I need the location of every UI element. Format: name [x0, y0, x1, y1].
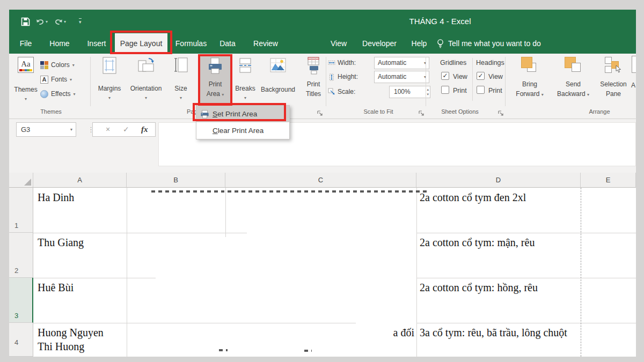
width-select[interactable]: Automatic▾ — [374, 57, 429, 69]
menu-item-clear-print-area[interactable]: Clear Print Area — [196, 122, 289, 139]
tab-page-layout[interactable]: Page Layout — [115, 33, 167, 54]
gridline — [33, 233, 247, 233]
cell-d4[interactable]: 3a cổ tym: rêu, bã trầu, lông chuột — [420, 326, 579, 339]
select-all-corner[interactable] — [9, 173, 33, 188]
cell-a3[interactable]: Huê Bùi — [38, 280, 74, 294]
row-header-4[interactable]: 4 — [9, 323, 33, 357]
arrange-group-label: Arrange — [573, 108, 626, 116]
insert-function-button[interactable]: fx — [141, 123, 148, 136]
headings-print-checkbox[interactable] — [477, 86, 485, 94]
headings-header: Headings — [476, 59, 504, 67]
gridline — [416, 278, 636, 278]
row-header-2[interactable]: 2 — [9, 233, 33, 278]
bring-forward-icon — [520, 56, 539, 77]
orientation-button[interactable]: Orientation ▾ — [126, 55, 166, 106]
bring-forward-caret: ▾ — [541, 92, 544, 97]
tab-help[interactable]: Help — [405, 33, 433, 54]
clipped-button-label: A — [631, 82, 635, 89]
background-button[interactable]: Background — [257, 55, 299, 106]
breaks-icon — [239, 58, 252, 73]
tab-insert[interactable]: Insert — [81, 33, 112, 54]
themes-button[interactable]: Aa Themes ▾ — [13, 56, 38, 106]
cell-d1[interactable]: 2a cotton cổ tym đen 2xl — [420, 190, 580, 204]
cell-a4[interactable]: Huong Nguyen Thi Huong — [38, 326, 118, 353]
undo-button[interactable]: ▾ — [36, 16, 48, 27]
enter-button[interactable]: ✓ — [123, 123, 129, 136]
menu-item-set-print-area[interactable]: Set Print Area — [196, 106, 289, 122]
scale-spinner[interactable]: ▴▾ — [427, 87, 429, 97]
cell-c4-fragment[interactable]: a đối — [385, 326, 414, 339]
redo-button[interactable]: ▾ — [54, 16, 66, 27]
tab-data[interactable]: Data — [214, 33, 241, 54]
cell-a2[interactable]: Thu Giang — [38, 235, 84, 249]
print-area-icon — [208, 57, 223, 76]
gridlines-print-checkbox[interactable] — [441, 86, 449, 94]
tab-view[interactable]: View — [325, 33, 353, 54]
column-header-a[interactable]: A — [33, 173, 127, 188]
gridline — [416, 188, 417, 357]
group-separator — [90, 57, 91, 106]
themes-icon: Aa — [18, 57, 34, 73]
selection-pane-button[interactable]: Selection Pane — [594, 55, 633, 106]
formula-bar-buttons: × ✓ fx — [92, 122, 156, 137]
height-label: Height: — [338, 71, 358, 83]
cell-d3[interactable]: 2a cotton cổ tym: hồng, rêu — [420, 280, 580, 294]
fonts-icon: A — [40, 76, 48, 84]
scale-to-fit-dialog-launcher[interactable] — [419, 109, 425, 119]
effects-button[interactable]: Effects▾ — [40, 87, 75, 100]
cell-d2[interactable]: 2a cotton cổ tym: mận, rêu — [420, 235, 580, 249]
height-select[interactable]: Automatic▾ — [374, 71, 429, 83]
bring-forward-button[interactable]: Bring Forward ▾ — [511, 55, 548, 106]
print-area-button[interactable]: Print Area ▾ — [198, 55, 232, 105]
tab-file[interactable]: File — [13, 33, 38, 54]
cancel-button[interactable]: × — [106, 123, 110, 136]
customize-qat-button[interactable]: ▾ — [79, 16, 82, 27]
gridline — [416, 323, 636, 323]
breaks-button[interactable]: Breaks ▾ — [233, 55, 257, 106]
column-header-b[interactable]: B — [127, 173, 225, 188]
width-icon — [328, 59, 335, 69]
fonts-button[interactable]: A Fonts▾ — [40, 73, 72, 86]
print-area-caret: ▾ — [222, 92, 224, 97]
breaks-caret: ▾ — [244, 95, 246, 100]
headings-view-checkbox[interactable]: ✓ — [477, 72, 485, 80]
tab-formulas[interactable]: Formulas — [173, 33, 209, 54]
group-separator — [505, 57, 506, 106]
sheet-options-dialog-launcher[interactable] — [498, 109, 504, 119]
orientation-caret: ▾ — [145, 95, 147, 100]
colors-button[interactable]: Colors▾ — [40, 58, 75, 71]
gridlines-view-checkbox[interactable]: ✓ — [441, 72, 449, 80]
clipped-text-remnant — [151, 190, 224, 193]
undo-dropdown-caret: ▾ — [46, 19, 48, 24]
redo-dropdown-caret: ▾ — [64, 19, 66, 24]
width-label: Width: — [338, 57, 356, 69]
column-header-e[interactable]: E — [581, 173, 636, 188]
tab-developer[interactable]: Developer — [358, 33, 401, 54]
send-backward-icon — [564, 56, 583, 77]
tab-home[interactable]: Home — [45, 33, 75, 54]
ribbon: Aa Themes ▾ Colors▾ A Fonts▾ Effects▾ Th… — [9, 54, 636, 119]
clipped-text-remnant — [219, 349, 228, 351]
margins-button[interactable]: Margins ▾ — [94, 55, 125, 106]
tab-review[interactable]: Review — [249, 33, 282, 54]
customize-qat-icon: ▾ — [79, 18, 82, 25]
headings-view-label: View — [488, 73, 503, 80]
column-header-c[interactable]: C — [225, 173, 416, 188]
excel-window: ▾ ▾ ▾ THÁNG 4 - Excel File Home Insert P… — [9, 10, 636, 357]
size-button[interactable]: Size ▾ — [167, 55, 194, 106]
scale-input[interactable]: 100% ▴▾ — [389, 86, 430, 98]
page-setup-dialog-launcher[interactable] — [317, 109, 323, 119]
print-titles-button[interactable]: Print Titles — [301, 55, 326, 106]
tell-me-search[interactable]: Tell me what you want to do — [436, 33, 541, 54]
save-button[interactable] — [21, 16, 30, 27]
cell-a1[interactable]: Ha Dinh — [38, 190, 74, 204]
themes-caret: ▾ — [25, 97, 27, 101]
column-header-d[interactable]: D — [416, 173, 581, 188]
headings-print-label: Print — [488, 87, 502, 94]
clipped-text-remnant — [304, 350, 312, 352]
gridline — [225, 188, 226, 237]
row-header-1[interactable]: 1 — [9, 188, 33, 233]
row-header-3[interactable]: 3 — [9, 278, 33, 323]
send-backward-button[interactable]: Send Backward ▾ — [552, 55, 594, 106]
name-box[interactable]: G3 ▾ — [16, 122, 76, 137]
